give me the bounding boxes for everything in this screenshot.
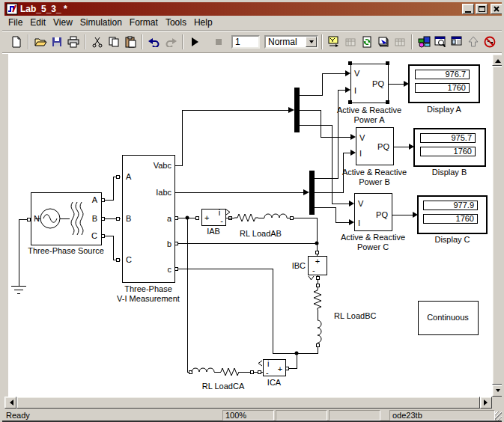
library-link-button[interactable] <box>375 34 392 49</box>
scroll-left-button[interactable] <box>4 397 16 409</box>
powergui-label: Continuous <box>427 313 469 322</box>
rl-load-ab-block[interactable]: RL LoadAB <box>225 214 293 238</box>
zoom-level: 100% <box>222 410 274 421</box>
power-a-label-1: Active & Reactive <box>337 106 401 114</box>
power-a-pq: PQ <box>372 79 384 88</box>
ica-plus: + <box>278 364 282 373</box>
demux-current[interactable] <box>174 171 315 215</box>
update-diagram-icon <box>328 36 340 48</box>
go-to-parent-button[interactable] <box>465 34 482 49</box>
status-panel-4 <box>329 410 380 421</box>
display-a-label: Display A <box>427 105 462 114</box>
vertical-scrollbar[interactable] <box>492 54 504 397</box>
print-icon <box>67 36 79 48</box>
open-model-button[interactable] <box>32 34 49 49</box>
resize-grip[interactable] <box>495 412 504 421</box>
wire-ic-to-power-c[interactable] <box>315 207 354 225</box>
rl-load-ca-label: RL LoadCA <box>202 382 245 391</box>
measurement-label-1: Three-Phase <box>124 284 172 293</box>
display-b-block[interactable]: 975.7 1760 Display B <box>414 129 485 177</box>
wire-power-b-to-display-b[interactable] <box>393 144 414 150</box>
copy-button[interactable] <box>106 34 122 49</box>
play-icon <box>189 37 200 47</box>
library-stack-icon <box>377 36 389 48</box>
current-measurement-ica-block[interactable]: i + - ICA <box>258 359 288 387</box>
update-diagram-button[interactable] <box>326 34 342 49</box>
paste-button[interactable] <box>122 34 139 49</box>
powergui-block[interactable]: Continuous <box>418 301 478 334</box>
wire-ia-to-power-a[interactable] <box>315 87 350 178</box>
display-c-value-2: 1760 <box>456 214 474 223</box>
minimize-button[interactable] <box>462 4 474 14</box>
print-button[interactable] <box>65 34 82 49</box>
display-b-value-1: 975.7 <box>451 133 472 142</box>
wire-va-to-power-a[interactable] <box>300 70 350 95</box>
rl-load-ca-block[interactable]: RL LoadCA <box>189 368 263 391</box>
menu-tools[interactable]: Tools <box>162 16 190 30</box>
wire-phase-c[interactable] <box>174 267 318 368</box>
menu-help[interactable]: Help <box>190 16 216 30</box>
display-a-block[interactable]: 976.7 1760 Display A <box>409 65 479 114</box>
scroll-right-icon <box>484 400 491 406</box>
copy-icon <box>108 36 120 48</box>
debug-disabled-icon <box>484 36 496 48</box>
rl-load-bc-block[interactable]: RL LoadBC <box>314 275 377 346</box>
wire-power-c-to-display-c[interactable] <box>392 212 418 218</box>
cut-button[interactable] <box>89 34 106 49</box>
menu-file[interactable]: File <box>4 16 26 30</box>
wire-power-a-to-display-a[interactable] <box>388 81 409 87</box>
redo-icon <box>164 37 177 47</box>
maximize-button[interactable] <box>476 4 488 14</box>
menu-simulation[interactable]: Simulation <box>76 16 126 30</box>
display-c-value-1: 977.9 <box>453 201 474 210</box>
iab-i: i <box>219 208 220 217</box>
ground-block[interactable] <box>11 218 31 293</box>
undo-button[interactable] <box>146 34 163 49</box>
close-button[interactable] <box>491 4 503 14</box>
menu-edit[interactable]: Edit <box>26 16 49 30</box>
library-browser-button[interactable] <box>416 34 432 49</box>
three-phase-source-block[interactable]: N A B C Three-Phase Source <box>28 192 104 255</box>
wire-source-to-measurement[interactable] <box>104 175 121 261</box>
scroll-up-button[interactable] <box>492 54 504 66</box>
menu-view[interactable]: View <box>49 16 76 30</box>
simulation-stop-time-input[interactable] <box>231 35 260 49</box>
horizontal-scrollbar-thumb[interactable] <box>16 397 480 409</box>
iab-plus: + <box>204 213 209 222</box>
model-browser-button[interactable] <box>432 34 449 49</box>
current-measurement-ibc-block[interactable]: + - IBC i <box>292 256 327 280</box>
vertical-scrollbar-thumb[interactable] <box>492 66 504 385</box>
debug-button[interactable] <box>482 34 498 49</box>
ica-minus: - <box>266 368 269 377</box>
toggle-model-browser-button[interactable] <box>449 34 465 49</box>
three-phase-vi-measurement-block[interactable]: A B C Vabc Iabc a b c Three-Phase V-I Me… <box>117 155 180 303</box>
build-all-button[interactable] <box>392 34 408 49</box>
display-c-block[interactable]: 977.9 1760 Display C <box>418 196 487 244</box>
minimize-icon <box>465 11 471 13</box>
dropdown-arrow-button[interactable] <box>306 37 317 47</box>
redo-button[interactable] <box>163 34 179 49</box>
display-a-value-2: 1760 <box>448 83 466 92</box>
update-model-button[interactable] <box>359 34 375 49</box>
simulation-mode-dropdown[interactable]: Normal <box>264 35 318 49</box>
new-model-button[interactable] <box>8 34 25 49</box>
save-model-button[interactable] <box>49 34 65 49</box>
menu-format[interactable]: Format <box>126 16 162 30</box>
incremental-build-button[interactable] <box>342 34 359 49</box>
display-b-value-2: 1760 <box>454 147 472 156</box>
demux-voltage[interactable] <box>174 88 300 165</box>
meas-out-iabc: Iabc <box>156 188 171 197</box>
power-a-i: I <box>354 86 356 95</box>
scroll-right-button[interactable] <box>480 397 492 409</box>
power-b-v: V <box>359 133 365 142</box>
active-reactive-power-a-block[interactable]: V I PQ Active & Reactive Power A <box>337 61 401 124</box>
current-measurement-iab-block[interactable]: + - i IAB <box>201 208 231 236</box>
start-simulation-button[interactable] <box>186 34 203 49</box>
stop-simulation-button[interactable] <box>210 34 227 49</box>
close-icon <box>494 6 500 12</box>
measurement-label-2: V-I Measurement <box>117 294 180 303</box>
horizontal-scrollbar[interactable] <box>4 397 492 409</box>
scroll-down-button[interactable] <box>492 385 504 397</box>
source-port-b-label: B <box>92 214 97 223</box>
model-canvas[interactable]: N A B C Three-Phase Source A B C Vabc Ia… <box>8 54 492 397</box>
